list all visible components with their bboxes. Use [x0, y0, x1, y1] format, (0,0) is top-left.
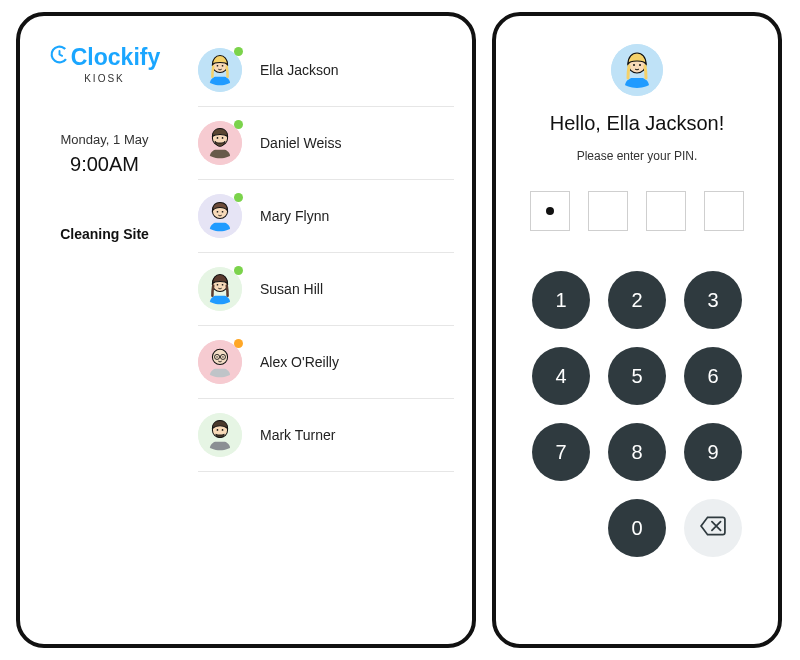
key-5[interactable]: 5 — [608, 347, 666, 405]
employee-name: Susan Hill — [260, 281, 323, 297]
avatar-wrap — [198, 121, 242, 165]
svg-point-26 — [217, 429, 219, 431]
svg-point-4 — [222, 65, 224, 67]
svg-point-15 — [217, 284, 219, 286]
svg-point-16 — [222, 284, 224, 286]
svg-point-30 — [633, 64, 635, 66]
status-dot — [234, 47, 243, 56]
employee-name: Mary Flynn — [260, 208, 329, 224]
pin-dot — [546, 207, 554, 215]
status-dot — [234, 266, 243, 275]
employee-row[interactable]: Susan Hill — [198, 253, 454, 326]
pin-digit-4 — [704, 191, 744, 231]
key-9[interactable]: 9 — [684, 423, 742, 481]
svg-point-27 — [222, 429, 224, 431]
pin-device: Hello, Ella Jackson! Please enter your P… — [492, 12, 782, 648]
svg-point-12 — [222, 211, 224, 213]
pin-input[interactable] — [530, 191, 744, 231]
key-3[interactable]: 3 — [684, 271, 742, 329]
brand-name: Clockify — [71, 44, 160, 71]
date-block: Monday, 1 May 9:00AM — [61, 132, 149, 176]
avatar-wrap — [198, 48, 242, 92]
key-2[interactable]: 2 — [608, 271, 666, 329]
svg-point-31 — [639, 64, 641, 66]
key-blank — [532, 499, 590, 557]
key-1[interactable]: 1 — [532, 271, 590, 329]
employee-name: Ella Jackson — [260, 62, 339, 78]
employee-name: Mark Turner — [260, 427, 335, 443]
clock-icon — [49, 44, 70, 71]
avatar-wrap — [198, 267, 242, 311]
svg-point-3 — [217, 65, 219, 67]
key-6[interactable]: 6 — [684, 347, 742, 405]
svg-point-8 — [222, 137, 224, 139]
kiosk-sidebar: Clockify KIOSK Monday, 1 May 9:00AM Clea… — [20, 16, 190, 644]
time-label: 9:00AM — [61, 153, 149, 176]
greeting: Hello, Ella Jackson! — [550, 112, 725, 135]
brand-logo: Clockify — [49, 44, 160, 71]
status-dot — [234, 193, 243, 202]
employee-row[interactable]: Mary Flynn — [198, 180, 454, 253]
status-dot — [234, 120, 243, 129]
kiosk-device: Clockify KIOSK Monday, 1 May 9:00AM Clea… — [16, 12, 476, 648]
key-8[interactable]: 8 — [608, 423, 666, 481]
pin-prompt: Please enter your PIN. — [577, 149, 698, 163]
employee-list: Ella JacksonDaniel WeissMary FlynnSusan … — [190, 16, 472, 644]
employee-row[interactable]: Mark Turner — [198, 399, 454, 472]
key-backspace[interactable] — [684, 499, 742, 557]
employee-name: Daniel Weiss — [260, 135, 341, 151]
avatar — [198, 413, 242, 457]
pin-digit-3 — [646, 191, 686, 231]
employee-row[interactable]: Daniel Weiss — [198, 107, 454, 180]
svg-point-23 — [222, 356, 223, 357]
avatar — [611, 44, 663, 96]
key-4[interactable]: 4 — [532, 347, 590, 405]
brand-subtitle: KIOSK — [84, 73, 125, 84]
svg-point-7 — [217, 137, 219, 139]
pin-digit-2 — [588, 191, 628, 231]
svg-point-11 — [217, 211, 219, 213]
date-label: Monday, 1 May — [61, 132, 149, 147]
avatar-wrap — [198, 413, 242, 457]
pin-digit-1 — [530, 191, 570, 231]
site-name: Cleaning Site — [60, 226, 149, 242]
employee-row[interactable]: Ella Jackson — [198, 34, 454, 107]
key-7[interactable]: 7 — [532, 423, 590, 481]
employee-row[interactable]: Alex O'Reilly — [198, 326, 454, 399]
employee-name: Alex O'Reilly — [260, 354, 339, 370]
avatar-wrap — [198, 194, 242, 238]
key-0[interactable]: 0 — [608, 499, 666, 557]
keypad: 1 2 3 4 5 6 7 8 9 0 — [532, 271, 742, 557]
backspace-icon — [700, 516, 726, 541]
status-dot — [234, 339, 243, 348]
svg-point-22 — [216, 356, 217, 357]
avatar-wrap — [198, 340, 242, 384]
